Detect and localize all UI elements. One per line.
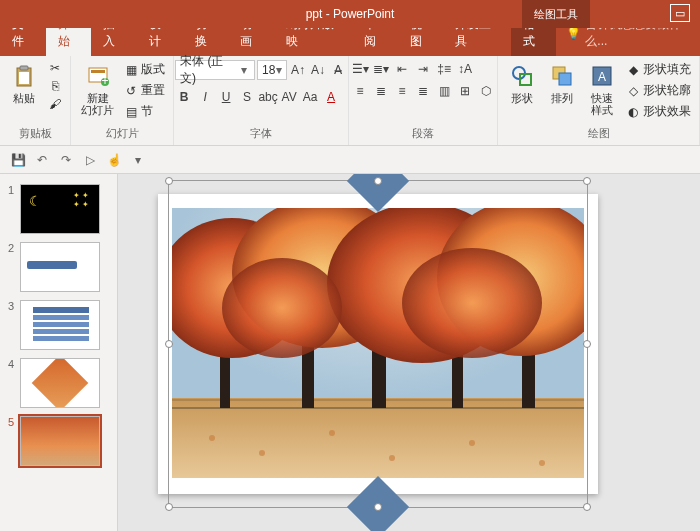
- resize-handle[interactable]: [374, 503, 382, 511]
- arrange-icon: [548, 62, 576, 90]
- section-button[interactable]: ▤节: [122, 102, 167, 121]
- font-name-combo[interactable]: 宋体 (正文)▾: [175, 60, 255, 80]
- chevron-down-icon: ▾: [238, 63, 250, 77]
- thumbnail-3[interactable]: 3: [0, 296, 117, 354]
- bullets-button[interactable]: ☰▾: [351, 60, 369, 78]
- slide-thumbnails[interactable]: 1 ☾ ✦ ✦✦ ✦ 2 3 4: [0, 174, 118, 531]
- reset-button[interactable]: ↺重置: [122, 81, 167, 100]
- justify-button[interactable]: ≣: [414, 82, 432, 100]
- line-spacing-button[interactable]: ‡≡: [435, 60, 453, 78]
- thumbnail-5[interactable]: 5: [0, 412, 117, 470]
- selection-frame[interactable]: [168, 180, 588, 508]
- lightbulb-icon: 💡: [566, 26, 581, 40]
- new-slide-icon: +: [84, 62, 112, 90]
- align-center-button[interactable]: ≣: [372, 82, 390, 100]
- shadow-button[interactable]: abç: [259, 88, 277, 106]
- workspace: 1 ☾ ✦ ✦✦ ✦ 2 3 4: [0, 174, 700, 531]
- outline-icon: ◇: [626, 84, 640, 98]
- thumbnail-4[interactable]: 4: [0, 354, 117, 412]
- slides-group-label: 幻灯片: [106, 124, 139, 143]
- reset-icon: ↺: [124, 84, 138, 98]
- align-left-button[interactable]: ≡: [351, 82, 369, 100]
- copy-button[interactable]: ⎘: [46, 78, 64, 94]
- increase-font-icon[interactable]: A↑: [289, 61, 307, 79]
- thumbnail-1[interactable]: 1 ☾ ✦ ✦✦ ✦: [0, 180, 117, 238]
- slide-canvas[interactable]: [118, 174, 700, 531]
- font-color-button[interactable]: A: [322, 88, 340, 106]
- app-title: ppt - PowerPoint: [306, 7, 395, 21]
- title-bar: ppt - PowerPoint 绘图工具 ▭: [0, 0, 700, 28]
- bold-button[interactable]: B: [175, 88, 193, 106]
- shapes-icon: [508, 62, 536, 90]
- svg-rect-8: [520, 74, 531, 85]
- fill-icon: ◆: [626, 63, 640, 77]
- resize-handle[interactable]: [165, 503, 173, 511]
- scissors-icon: ✂: [48, 61, 62, 75]
- decrease-font-icon[interactable]: A↓: [309, 61, 327, 79]
- slideshow-icon[interactable]: ▷: [82, 152, 98, 168]
- save-icon[interactable]: 💾: [10, 152, 26, 168]
- numbering-button[interactable]: ≣▾: [372, 60, 390, 78]
- align-right-button[interactable]: ≡: [393, 82, 411, 100]
- group-slides: + 新建 幻灯片 ▦版式 ↺重置 ▤节 幻灯片: [71, 56, 174, 145]
- thumb-preview: [20, 242, 100, 292]
- layout-button[interactable]: ▦版式: [122, 60, 167, 79]
- format-painter-button[interactable]: 🖌: [46, 96, 64, 112]
- clear-format-icon[interactable]: A̶: [329, 61, 347, 79]
- indent-increase-button[interactable]: ⇥: [414, 60, 432, 78]
- svg-rect-4: [91, 70, 105, 73]
- columns-button[interactable]: ▥: [435, 82, 453, 100]
- font-group-label: 字体: [250, 124, 272, 143]
- resize-handle[interactable]: [374, 177, 382, 185]
- svg-text:+: +: [101, 74, 108, 88]
- section-icon: ▤: [124, 105, 138, 119]
- arrange-button[interactable]: 排列: [544, 60, 580, 106]
- text-direction-button[interactable]: ↕A: [456, 60, 474, 78]
- more-icon[interactable]: ▾: [130, 152, 146, 168]
- paste-button[interactable]: 粘贴: [6, 60, 42, 106]
- group-clipboard: 粘贴 ✂ ⎘ 🖌 剪贴板: [0, 56, 71, 145]
- svg-rect-10: [559, 73, 571, 85]
- layout-icon: ▦: [124, 63, 138, 77]
- shape-effects-button[interactable]: ◐形状效果: [624, 102, 693, 121]
- redo-icon[interactable]: ↷: [58, 152, 74, 168]
- resize-handle[interactable]: [165, 340, 173, 348]
- paragraph-group-label: 段落: [412, 124, 434, 143]
- new-slide-button[interactable]: + 新建 幻灯片: [77, 60, 118, 118]
- shape-fill-button[interactable]: ◆形状填充: [624, 60, 693, 79]
- chevron-down-icon: ▾: [275, 63, 282, 77]
- svg-text:A: A: [598, 70, 606, 84]
- resize-handle[interactable]: [165, 177, 173, 185]
- thumbnail-2[interactable]: 2: [0, 238, 117, 296]
- paste-label: 粘贴: [13, 92, 35, 104]
- shape-outline-button[interactable]: ◇形状轮廓: [624, 81, 693, 100]
- undo-icon[interactable]: ↶: [34, 152, 50, 168]
- brush-icon: 🖌: [48, 97, 62, 111]
- smartart-button[interactable]: ⬡: [477, 82, 495, 100]
- change-case-button[interactable]: Aa: [301, 88, 319, 106]
- copy-icon: ⎘: [48, 79, 62, 93]
- shapes-button[interactable]: 形状: [504, 60, 540, 106]
- clipboard-group-label: 剪贴板: [19, 124, 52, 143]
- resize-handle[interactable]: [583, 340, 591, 348]
- strikethrough-button[interactable]: S: [238, 88, 256, 106]
- quick-access-bar: 💾 ↶ ↷ ▷ ☝ ▾: [0, 146, 700, 174]
- italic-button[interactable]: I: [196, 88, 214, 106]
- indent-decrease-button[interactable]: ⇤: [393, 60, 411, 78]
- font-size-combo[interactable]: 18▾: [257, 60, 287, 80]
- character-spacing-button[interactable]: AV: [280, 88, 298, 106]
- touch-mode-icon[interactable]: ☝: [106, 152, 122, 168]
- quick-styles-button[interactable]: A 快速样式: [584, 60, 620, 118]
- thumb-preview: ☾ ✦ ✦✦ ✦: [20, 184, 100, 234]
- align-text-button[interactable]: ⊞: [456, 82, 474, 100]
- ribbon-tabs: 文件 开始 插入 设计 切换 动画 幻灯片放映 审阅 视图 开发工具 格式 💡 …: [0, 28, 700, 56]
- clipboard-icon: [10, 62, 38, 90]
- current-slide: [158, 194, 598, 494]
- underline-button[interactable]: U: [217, 88, 235, 106]
- ribbon-display-options-icon[interactable]: ▭: [670, 4, 690, 22]
- resize-handle[interactable]: [583, 503, 591, 511]
- quick-styles-icon: A: [588, 62, 616, 90]
- resize-handle[interactable]: [583, 177, 591, 185]
- cut-button[interactable]: ✂: [46, 60, 64, 76]
- new-slide-label: 新建 幻灯片: [81, 92, 114, 116]
